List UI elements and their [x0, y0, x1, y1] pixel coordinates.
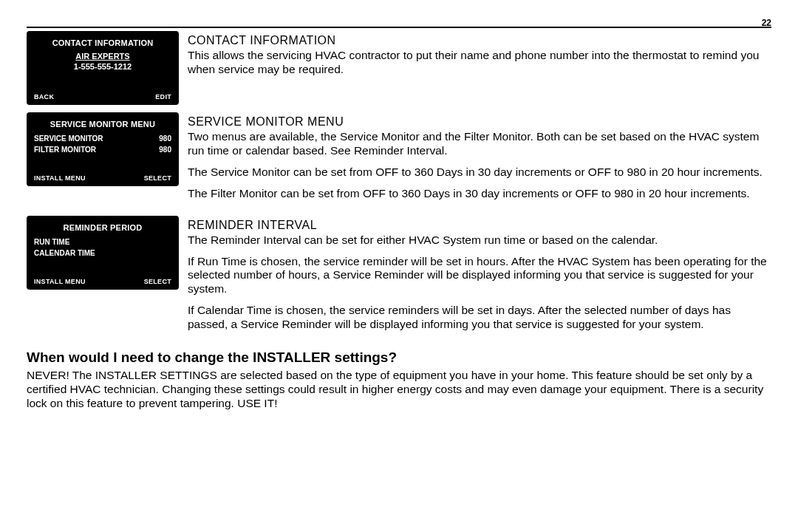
- section-service-p1: Two menus are available, the Service Mon…: [188, 130, 771, 158]
- lcd-reminder-title: REMINDER PERIOD: [33, 223, 173, 232]
- content-grid: CONTACT INFORMATION AIR EXPERTS 1-555-55…: [27, 31, 771, 339]
- lcd-service-row1: SERVICE MONITOR 980: [33, 133, 173, 144]
- softkey-back: BACK: [34, 93, 54, 100]
- section-reminder-p2: If Run Time is chosen, the service remin…: [188, 255, 771, 297]
- section-contact-heading: CONTACT INFORMATION: [188, 34, 771, 47]
- page-number: 22: [762, 18, 771, 28]
- section-contact: CONTACT INFORMATION This allows the serv…: [188, 31, 771, 84]
- softkey-edit: EDIT: [155, 93, 171, 100]
- section-reminder-p3: If Calendar Time is chosen, the service …: [188, 304, 771, 332]
- section-contact-p1: This allows the servicing HVAC contracto…: [188, 49, 771, 77]
- section-reminder-p1: The Reminder Interval can be set for eit…: [188, 233, 771, 248]
- softkey-select: SELECT: [144, 278, 171, 285]
- section-service: SERVICE MONITOR MENU Two menus are avail…: [188, 112, 771, 208]
- section-service-p3: The Filter Monitor can be set from OFF t…: [188, 187, 771, 201]
- lcd-service-softkeys: INSTALL MENU SELECT: [33, 174, 173, 182]
- lcd-service-title: SERVICE MONITOR MENU: [33, 120, 173, 129]
- lcd-contact-softkeys: BACK EDIT: [33, 93, 173, 100]
- question-heading: When would I need to change the INSTALLE…: [27, 349, 771, 366]
- lcd-contact-title: CONTACT INFORMATION: [33, 38, 173, 47]
- page: 22 CONTACT INFORMATION AIR EXPERTS 1-555…: [0, 0, 798, 411]
- lcd-service-row2-value: 980: [159, 146, 171, 154]
- lcd-service-row1-value: 980: [159, 134, 171, 143]
- lcd-reminder-row2: CALENDAR TIME: [33, 248, 173, 259]
- lcd-contact-phone: 1-555-555-1212: [33, 62, 173, 71]
- softkey-select: SELECT: [144, 174, 171, 182]
- lcd-reminder-row2-label: CALENDAR TIME: [34, 249, 95, 257]
- lcd-contact: CONTACT INFORMATION AIR EXPERTS 1-555-55…: [27, 31, 179, 105]
- lcd-contact-company: AIR EXPERTS: [33, 52, 173, 61]
- section-reminder: REMINDER INTERVAL The Reminder Interval …: [188, 216, 771, 339]
- question-body: NEVER! The INSTALLER SETTINGS are select…: [27, 369, 771, 411]
- lcd-reminder: REMINDER PERIOD RUN TIME CALENDAR TIME I…: [27, 216, 179, 290]
- lcd-service-row1-label: SERVICE MONITOR: [34, 134, 103, 143]
- lcd-reminder-softkeys: INSTALL MENU SELECT: [33, 278, 173, 285]
- lcd-reminder-row1-label: RUN TIME: [34, 238, 69, 246]
- top-rule: [27, 27, 771, 28]
- section-service-heading: SERVICE MONITOR MENU: [188, 115, 771, 129]
- section-service-p2: The Service Monitor can be set from OFF …: [188, 166, 771, 180]
- lcd-reminder-row1: RUN TIME: [33, 236, 173, 248]
- lcd-service: SERVICE MONITOR MENU SERVICE MONITOR 980…: [27, 112, 179, 186]
- lcd-service-row2-label: FILTER MONITOR: [34, 146, 96, 154]
- section-reminder-heading: REMINDER INTERVAL: [188, 219, 771, 232]
- softkey-install-menu: INSTALL MENU: [34, 278, 86, 285]
- lcd-service-row2: FILTER MONITOR 980: [33, 144, 173, 155]
- softkey-install-menu: INSTALL MENU: [34, 174, 86, 182]
